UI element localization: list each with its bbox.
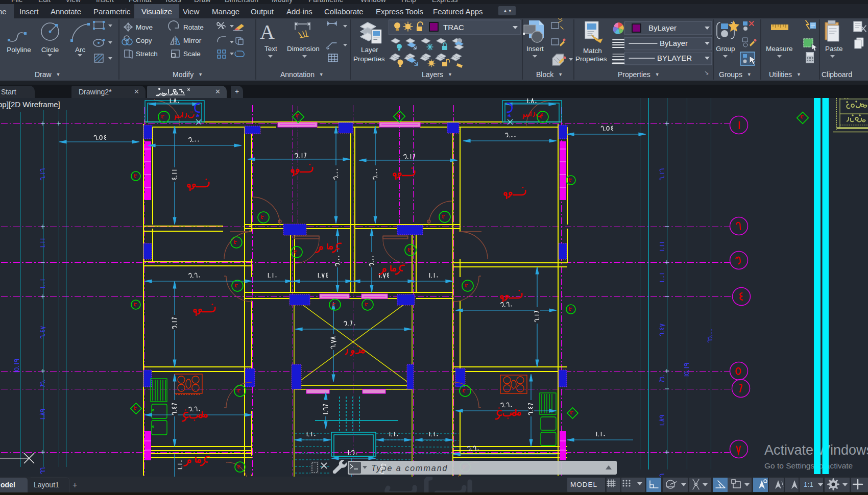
svg-text:TRAC: TRAC [443,23,464,32]
svg-text:Insert: Insert [526,45,544,53]
svg-text:Mirror: Mirror [183,37,202,44]
svg-text:Circle: Circle [41,46,59,54]
svg-text:ByLayer: ByLayer [648,23,677,32]
svg-text:Match: Match [583,47,602,55]
svg-text:Scale: Scale [183,50,201,58]
svg-text:odel: odel [1,481,15,489]
svg-text:MODEL: MODEL [570,481,597,488]
svg-text:Dimension: Dimension [287,45,320,53]
svg-text:1:1: 1:1 [804,481,813,488]
svg-text:Layer: Layer [361,46,378,54]
svg-text:BYLAYER: BYLAYER [657,54,692,62]
svg-text:Stretch: Stretch [136,50,158,58]
svg-text:Copy: Copy [136,37,152,44]
svg-text:Polyline: Polyline [7,46,31,54]
svg-text:Measure: Measure [766,45,793,53]
svg-text:Move: Move [136,23,153,31]
svg-text:op][2D Wireframe]: op][2D Wireframe] [0,100,60,109]
svg-text:Rotate: Rotate [183,23,204,31]
svg-text:Text: Text [264,45,277,53]
svg-text:Properties: Properties [575,55,607,63]
svg-text:A: A [260,20,275,43]
svg-text:Paste: Paste [825,45,843,53]
svg-text:Properties: Properties [353,55,385,63]
svg-text:Layout1: Layout1 [34,481,59,489]
svg-text:Group: Group [716,45,735,53]
svg-text:Arc: Arc [75,46,86,54]
svg-text:Go to Settings to activate: Go to Settings to activate [764,461,853,470]
svg-text:ByLayer: ByLayer [660,39,688,47]
svg-text:+: + [73,481,77,489]
